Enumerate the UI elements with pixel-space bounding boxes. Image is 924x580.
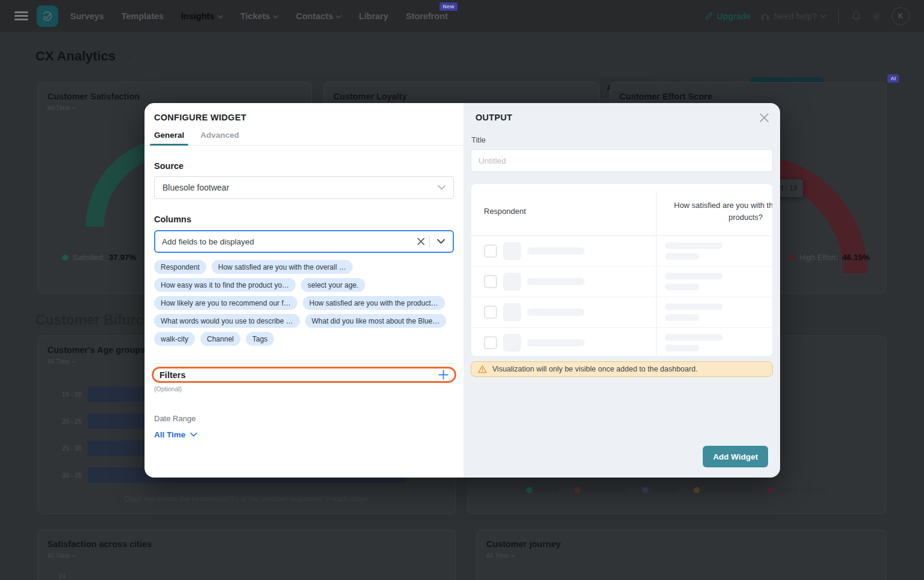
legend-dot [768, 487, 773, 493]
widget-time-filter[interactable]: All Time [486, 552, 515, 559]
columns-input[interactable]: Add fields to be displayed [154, 230, 454, 253]
app-logo[interactable] [37, 5, 58, 27]
dashboard-switch-chevron-icon[interactable] [125, 54, 134, 59]
nav-item-label: Storefront [406, 11, 448, 21]
settings-gear-icon[interactable] [871, 11, 882, 22]
widget-time-filter[interactable]: All Time [47, 552, 76, 559]
legend-label: website [653, 486, 678, 494]
hamburger-menu-icon[interactable] [14, 11, 28, 20]
new-badge: New [440, 2, 457, 11]
date-range-value: All Time [154, 430, 185, 439]
headset-icon [760, 11, 770, 21]
columns-dropdown-chevron-icon[interactable] [434, 234, 448, 249]
column-header-question: How satisfied are you with the o [674, 201, 773, 210]
nav-item-label: Surveys [70, 11, 104, 21]
column-chip[interactable]: Respondent [154, 260, 206, 274]
answer-skeleton [665, 304, 723, 321]
legend-value: 37.97% [109, 253, 136, 262]
legend-dot [789, 255, 795, 261]
nav-item-insights[interactable]: Insights [181, 11, 223, 21]
chevron-down-icon [72, 554, 76, 557]
skeleton-bar [665, 253, 699, 260]
chevron-down-icon [72, 360, 76, 363]
skeleton-bar [665, 284, 699, 291]
nav-item-label: Contacts [296, 11, 333, 21]
notifications-bell-icon[interactable] [851, 11, 862, 22]
table-row [471, 328, 772, 357]
column-chip[interactable]: How likely are you to recommend our f… [154, 296, 297, 310]
legend-dot [574, 487, 580, 493]
satisfaction-legend: Satisfied: 37.97% [62, 253, 155, 262]
need-help-label: Need help? [773, 11, 817, 21]
column-chip[interactable]: How satisfied are you with the overall … [212, 260, 353, 274]
skeleton-bar [665, 273, 723, 280]
page-header: CX Analytics All Time New Widget [0, 32, 924, 83]
clear-icon[interactable] [414, 234, 428, 249]
age-tick-label: 15 - 20 [38, 391, 82, 398]
upgrade-button[interactable]: Upgrade [705, 11, 751, 21]
column-header-respondent: Respondent [484, 207, 526, 216]
tab-general[interactable]: General [154, 131, 184, 145]
column-chip[interactable]: select your age. [301, 278, 365, 292]
widget-time-filter[interactable]: All Time [47, 104, 76, 111]
column-chip[interactable]: Channel [200, 332, 240, 346]
axis-tick: 24 [59, 572, 66, 579]
add-widget-button[interactable]: Add Widget [703, 446, 768, 467]
source-select[interactable]: Bluesole footwear [154, 176, 454, 199]
column-chip[interactable]: How easy was it to find the product yo… [154, 278, 296, 292]
chevron-down-icon [218, 15, 223, 19]
nav-item-tickets[interactable]: Tickets [240, 11, 279, 21]
nav-right: Upgrade Need help? K [705, 7, 910, 25]
legend-label: Satisfied: [73, 253, 104, 262]
effort-legend: High Effort: 46.15% [789, 253, 870, 262]
row-checkbox[interactable] [484, 244, 497, 258]
nav-item-label: Library [359, 11, 388, 21]
date-range-select[interactable]: All Time [154, 430, 197, 439]
date-range-label: Date Range [154, 414, 454, 423]
age-tick-label: 25 - 30 [38, 445, 82, 452]
column-chip[interactable]: Tags [246, 332, 274, 346]
column-chip[interactable]: How satisfied are you with the product… [303, 296, 445, 310]
nav-item-library[interactable]: Library [359, 11, 388, 21]
column-chip[interactable]: walk-city [154, 332, 195, 346]
widget-time-filter[interactable]: All Time [47, 358, 76, 365]
need-help-button[interactable]: Need help? [760, 11, 826, 21]
legend-dot [694, 487, 700, 493]
filters-optional-label: (Optional) [154, 385, 454, 392]
widget-title-input[interactable] [471, 149, 773, 172]
answer-skeleton [665, 273, 723, 291]
columns-input-value: Add fields to be displayed [162, 237, 414, 246]
table-row [471, 297, 772, 328]
close-icon[interactable] [758, 111, 770, 124]
logo-check-icon [41, 10, 53, 22]
table-rows [471, 236, 772, 357]
user-avatar[interactable]: K [892, 7, 910, 25]
output-preview-table: Respondent How satisfied are you with th… [471, 183, 773, 357]
legend-item: advertisement [694, 486, 752, 494]
answer-skeleton [665, 334, 723, 352]
nav-item-label: Insights [181, 11, 215, 21]
nav-item-storefront[interactable]: StorefrontNew [406, 11, 448, 21]
legend-dot [642, 487, 648, 493]
nav-item-templates[interactable]: Templates [121, 11, 164, 21]
tab-advanced[interactable]: Advanced [200, 131, 239, 145]
row-checkbox[interactable] [484, 336, 497, 349]
column-header-question-line2: products? [729, 213, 763, 222]
skeleton-bar [665, 243, 723, 249]
source-label: Source [154, 161, 454, 171]
column-chip[interactable]: What did you like most about the Blue… [305, 314, 446, 328]
add-filter-plus-icon[interactable] [438, 370, 449, 380]
legend-item: Friend [526, 486, 558, 494]
legend-item: social media [574, 486, 627, 494]
dashboard-title-row: CX Analytics [35, 49, 134, 64]
legend-label: social media [585, 486, 627, 494]
nav-item-contacts[interactable]: Contacts [296, 11, 341, 21]
avatar-skeleton [503, 242, 521, 260]
nav-item-surveys[interactable]: Surveys [70, 11, 104, 21]
chart-caption: Chart represents the percentage(%) of th… [38, 495, 455, 503]
skeleton-bar [665, 304, 723, 310]
row-checkbox[interactable] [484, 275, 497, 288]
column-chip[interactable]: What words would you use to describe … [154, 314, 300, 328]
legend-dot [62, 255, 68, 261]
row-checkbox[interactable] [484, 306, 497, 319]
